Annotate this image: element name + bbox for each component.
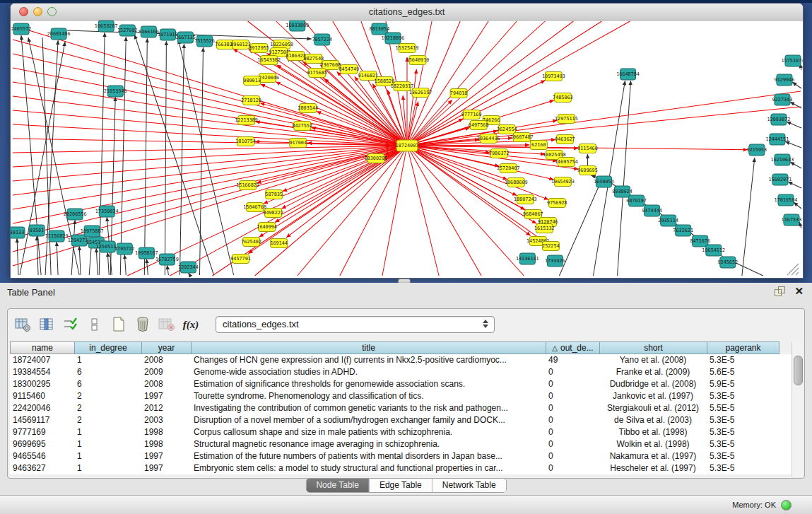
- graph-node[interactable]: 9245652: [717, 257, 738, 268]
- graph-node[interactable]: 14136141: [516, 253, 539, 264]
- graph-node[interactable]: 1640994: [257, 223, 277, 232]
- table-row[interactable]: 946554611997Estimation of the future num…: [10, 450, 802, 462]
- graph-node[interactable]: 10607487: [510, 133, 534, 142]
- graph-node[interactable]: 10958167: [135, 247, 158, 259]
- graph-node[interactable]: 15166822: [236, 181, 259, 190]
- graph-node[interactable]: 2803144: [298, 104, 318, 113]
- graph-node[interactable]: 16648784: [616, 69, 640, 80]
- table-row[interactable]: 1872400712008Changes of HCN gene express…: [10, 354, 802, 366]
- new-table-icon[interactable]: [110, 315, 128, 334]
- citation-edge[interactable]: [170, 146, 407, 276]
- graph-node[interactable]: 1733426: [545, 255, 565, 267]
- citation-edge[interactable]: [382, 146, 407, 276]
- graph-node[interactable]: 62160: [530, 141, 547, 150]
- graph-node[interactable]: 3624554: [497, 125, 517, 134]
- graph-node[interactable]: 7986372: [489, 149, 510, 158]
- table-row[interactable]: 946362711997Embryonic stem cells: a mode…: [10, 462, 802, 474]
- citation-edge[interactable]: [257, 146, 407, 183]
- graph-node[interactable]: 6879197: [626, 195, 647, 206]
- graph-node[interactable]: 917004: [289, 139, 307, 148]
- graph-node[interactable]: 17359924: [95, 206, 119, 217]
- graph-node[interactable]: 794018: [450, 89, 468, 98]
- graph-node[interactable]: 9777169: [461, 110, 482, 119]
- graph-node[interactable]: 1167533: [782, 214, 802, 226]
- graph-edge[interactable]: [180, 44, 184, 275]
- graph-node[interactable]: 20691406: [47, 28, 71, 40]
- graph-node[interactable]: 18724007: [396, 140, 419, 151]
- graph-node[interactable]: 1292344: [178, 262, 199, 273]
- table-row[interactable]: 2242004622012Investigating the contribut…: [10, 402, 802, 414]
- graph-node[interactable]: 7485063: [553, 93, 573, 103]
- citation-edge[interactable]: [13, 40, 407, 146]
- graph-node[interactable]: 14695754: [555, 158, 578, 167]
- delete-icon[interactable]: [134, 315, 152, 334]
- graph-node[interactable]: 587835: [265, 190, 283, 199]
- column-header-year[interactable]: year: [141, 341, 191, 354]
- table-row[interactable]: 1938455462009Genome-wide association stu…: [10, 366, 802, 378]
- citation-edge[interactable]: [276, 82, 407, 146]
- graph-node[interactable]: 10653287: [95, 21, 118, 32]
- graph-node[interactable]: 1667135: [175, 32, 196, 43]
- graph-node[interactable]: 15692971: [769, 174, 792, 185]
- network-canvas[interactable]: 2405572206914061065328715276028466160107…: [11, 21, 803, 278]
- graph-node[interactable]: 16782759: [155, 254, 179, 265]
- graph-node[interactable]: 9463627: [555, 135, 575, 144]
- graph-node[interactable]: 17016504: [775, 194, 798, 206]
- graph-node[interactable]: 8427552: [292, 122, 312, 131]
- graph-node[interactable]: 2405572: [11, 23, 32, 35]
- graph-edge[interactable]: [785, 141, 801, 148]
- graph-edge[interactable]: [17, 238, 18, 275]
- graph-node[interactable]: 9175685: [307, 69, 327, 78]
- close-panel-icon[interactable]: ✕: [794, 286, 804, 296]
- graph-edge[interactable]: [134, 35, 213, 275]
- graph-node[interactable]: 2935114: [658, 215, 678, 226]
- graph-edge[interactable]: [124, 255, 126, 275]
- graph-edge[interactable]: [79, 246, 81, 275]
- citation-edge[interactable]: [407, 146, 548, 199]
- graph-node[interactable]: 15751074: [782, 55, 803, 66]
- rows-height-icon[interactable]: [86, 315, 104, 334]
- citation-edge[interactable]: [403, 95, 407, 146]
- window-resize-grip[interactable]: [787, 264, 799, 275]
- graph-node[interactable]: 1640954: [594, 176, 614, 187]
- graph-edge[interactable]: [790, 162, 801, 168]
- graph-node[interactable]: 9457791: [230, 255, 251, 264]
- graph-node[interactable]: 9215953: [747, 144, 767, 156]
- graph-node[interactable]: 13626157: [409, 88, 433, 98]
- graph-edge[interactable]: [107, 252, 109, 275]
- graph-node[interactable]: 15720407: [497, 164, 520, 173]
- graph-node[interactable]: 1527602: [117, 25, 138, 36]
- graph-edge[interactable]: [57, 242, 58, 275]
- float-panel-icon[interactable]: [775, 286, 784, 296]
- graph-edge[interactable]: [787, 122, 801, 128]
- citation-edge[interactable]: [13, 146, 407, 195]
- graph-node[interactable]: 20364436: [477, 134, 500, 144]
- citation-edge[interactable]: [317, 112, 407, 146]
- column-header-name[interactable]: name: [10, 341, 74, 354]
- function-builder-icon[interactable]: f(x): [182, 315, 200, 334]
- graph-node[interactable]: 18807243: [514, 195, 537, 204]
- graph-node[interactable]: 18300295: [365, 154, 388, 163]
- graph-node[interactable]: 12975115: [555, 115, 578, 124]
- graph-edge[interactable]: [788, 182, 801, 188]
- citation-edge[interactable]: [407, 146, 543, 241]
- graph-edge[interactable]: [96, 248, 98, 275]
- column-header-in-degree[interactable]: in_degree: [74, 341, 141, 354]
- column-header-title[interactable]: title: [191, 341, 546, 354]
- graph-node[interactable]: 16543382: [257, 56, 281, 65]
- graph-node[interactable]: 15325419: [396, 44, 419, 53]
- graph-node[interactable]: 9474444: [642, 205, 662, 216]
- table-mode-icon[interactable]: [13, 315, 32, 334]
- graph-edge[interactable]: [792, 82, 801, 88]
- graph-edge[interactable]: [618, 81, 631, 276]
- tab-network-table[interactable]: Network Table: [432, 479, 506, 492]
- graph-node[interactable]: 10688609: [505, 178, 528, 187]
- graph-node[interactable]: 12093872: [767, 114, 791, 125]
- network-graph[interactable]: 2405572206914061065328715276028466160107…: [11, 21, 803, 278]
- graph-node[interactable]: 1795722: [114, 243, 135, 255]
- table-row[interactable]: 1830029562008Estimation of significance …: [10, 378, 802, 390]
- column-header-out-de-[interactable]: △out_de...: [546, 341, 599, 354]
- graph-node[interactable]: 12213389: [235, 116, 258, 125]
- graph-node[interactable]: 8912955: [249, 44, 269, 53]
- graph-node[interactable]: 16033809: [286, 21, 309, 31]
